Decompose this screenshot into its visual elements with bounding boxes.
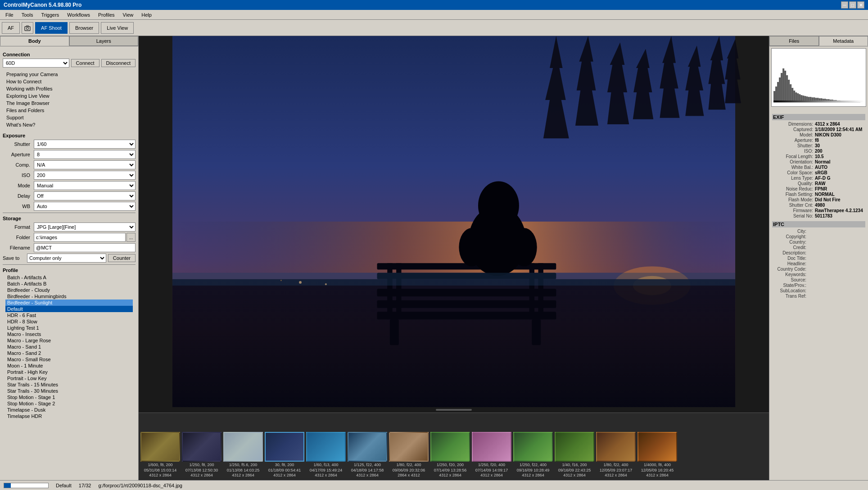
profile-item[interactable]: Birdfeeder - Cloudy: [5, 287, 133, 293]
profile-item[interactable]: Batch - Artifacts B: [5, 281, 133, 287]
filename-label: Filename: [3, 245, 32, 250]
menu-triggers[interactable]: Triggers: [37, 11, 63, 18]
svg-rect-73: [773, 100, 864, 102]
tab-files[interactable]: Files: [769, 36, 819, 46]
profile-item[interactable]: HDR - 8 Slow: [5, 318, 133, 325]
help-liveview[interactable]: Exploring Live View: [5, 92, 134, 100]
profile-item[interactable]: Lighting Test 1: [5, 325, 133, 331]
help-support[interactable]: Support: [5, 114, 134, 121]
menu-view[interactable]: View: [119, 11, 137, 18]
meta-captured-value: 1/18/2009 12:54:41 AM: [815, 127, 862, 132]
meta-source-key: Source:: [772, 277, 808, 282]
iso-select[interactable]: 200: [34, 171, 136, 180]
connect-button[interactable]: Connect: [71, 59, 99, 67]
profile-item[interactable]: Stop Motion - Stage 2: [5, 400, 133, 407]
connection-label: Connection: [3, 52, 136, 57]
meta-flash-setting-value: NORMAL: [815, 192, 835, 197]
profile-item[interactable]: Portrait - High Key: [5, 369, 133, 375]
film-thumbnail: [306, 432, 346, 462]
profile-item[interactable]: Star Trails - 15 Minutes: [5, 381, 133, 388]
filmstrip-item[interactable]: 1/250, f8, 200 07/13/08 12:50:30 4312 x …: [182, 432, 222, 478]
profile-item[interactable]: Batch - Artifacts A: [5, 274, 133, 281]
meta-doctitle: Doc Title:: [772, 256, 865, 261]
profile-item[interactable]: Macro - Small Rose: [5, 356, 133, 363]
profile-item[interactable]: Birdfeeder - Hummingbirds: [5, 293, 133, 299]
menu-workflows[interactable]: Workflows: [63, 11, 94, 18]
close-btn[interactable]: ✕: [857, 1, 864, 9]
browser-button[interactable]: Browser: [69, 22, 99, 34]
profile-item[interactable]: Birdfeeder - Sunlight: [5, 299, 133, 306]
wb-select[interactable]: Auto: [34, 202, 136, 211]
film-thumbnail: [513, 432, 553, 462]
liveview-button[interactable]: Live View: [101, 22, 134, 34]
aperture-select[interactable]: 8: [34, 150, 136, 159]
disconnect-button[interactable]: Disconnect: [101, 59, 136, 67]
menu-help[interactable]: Help: [138, 11, 155, 18]
maximize-btn[interactable]: □: [849, 1, 856, 9]
profile-item[interactable]: Portrait - Low Key: [5, 375, 133, 381]
profile-item[interactable]: Star Trails - 30 Minutes: [5, 388, 133, 394]
menu-profiles[interactable]: Profiles: [95, 11, 118, 18]
meta-subloc: SubLocation:: [772, 288, 865, 293]
profile-item[interactable]: Macro - Sand 2: [5, 350, 133, 356]
help-preparing[interactable]: Preparing your Camera: [5, 71, 134, 78]
folder-input[interactable]: [34, 233, 126, 242]
filmstrip-item[interactable]: 1/250, f22, 400 09/16/09 10:28:49 4312 x…: [513, 432, 553, 478]
filmstrip-item[interactable]: 1/60, f13, 400 04/17/09 15:49:24 4312 x …: [306, 432, 346, 478]
svg-rect-31: [788, 80, 790, 102]
profile-item[interactable]: Default: [5, 306, 133, 312]
shutter-select[interactable]: 1/60: [34, 140, 136, 149]
profile-item[interactable]: Stop Motion - Stage 1: [5, 394, 133, 400]
menu-file[interactable]: File: [2, 11, 17, 18]
tab-body[interactable]: Body: [0, 36, 69, 46]
filmstrip-item[interactable]: 1/250, f20, 400 07/14/09 14:09:17 4312 x…: [472, 432, 511, 478]
tab-layers[interactable]: Layers: [69, 36, 139, 46]
filmstrip-item[interactable]: 30, f8, 200 01/18/09 00:54:41 4312 x 286…: [265, 432, 304, 478]
profile-item[interactable]: Macro - Insects: [5, 331, 133, 337]
film-info: 1/4000, f8, 400 12/05/09 16:20:45 4312 x…: [637, 463, 677, 478]
comp-select[interactable]: N/A: [34, 160, 136, 169]
profile-item[interactable]: Moon - 1 Minute: [5, 363, 133, 369]
profile-item[interactable]: Macro - Sand 1: [5, 344, 133, 350]
help-connect[interactable]: How to Connect: [5, 78, 134, 85]
camera-icon: [24, 24, 31, 32]
profile-item[interactable]: Macro - Large Rose: [5, 337, 133, 344]
meta-lens-key: Lens Type:: [772, 176, 815, 181]
minimize-btn[interactable]: ─: [841, 1, 848, 9]
delay-select[interactable]: Off: [34, 191, 136, 200]
meta-model-key: Model:: [772, 132, 815, 137]
filmstrip-item[interactable]: 1/4000, f8, 400 12/05/09 16:20:45 4312 x…: [637, 432, 677, 478]
filmstrip-item[interactable]: 1/80, f22, 400 09/06/09 20:32:06 2864 x …: [389, 432, 429, 478]
menu-tools[interactable]: Tools: [18, 11, 37, 18]
metadata-content: EXIF Dimensions: 4312 x 2864 Captured: 1…: [769, 109, 868, 480]
afshoot-button[interactable]: AF Shoot: [35, 22, 68, 34]
saveto-select[interactable]: Computer only: [27, 254, 106, 263]
filmstrip-item[interactable]: 1/80, f22, 400 12/05/09 23:07:17 4312 x …: [596, 432, 636, 478]
filmstrip-item[interactable]: 1/40, f16, 200 09/16/09 22:43:25 4312 x …: [555, 432, 594, 478]
iso-label: ISO: [3, 172, 32, 178]
folder-browse-btn[interactable]: ...: [127, 233, 136, 242]
af-button[interactable]: AF: [2, 22, 20, 34]
tab-metadata[interactable]: Metadata: [819, 36, 868, 46]
meta-iso-key: ISO:: [772, 149, 815, 154]
format-select[interactable]: JPG [Large][Fine]: [34, 222, 136, 231]
filmstrip-item[interactable]: 1/600, f8, 200 05/31/08 15:03:14 4312 x …: [140, 432, 180, 478]
help-files[interactable]: Files and Folders: [5, 107, 134, 114]
filmstrip-item[interactable]: 1/250, f20, 200 07/14/09 13:28:56 4312 x…: [430, 432, 470, 478]
help-profiles[interactable]: Working with Profiles: [5, 85, 134, 92]
scroll-thumb[interactable]: [436, 409, 472, 411]
meta-aperture-value: f8: [815, 138, 819, 143]
profile-item[interactable]: HDR - 6 Fast: [5, 312, 133, 318]
mode-select[interactable]: Manual: [34, 181, 136, 190]
profile-list: Batch - Artifacts ABatch - Artifacts BBi…: [3, 274, 136, 419]
counter-button[interactable]: Counter: [108, 254, 136, 262]
profile-item[interactable]: Timelapse - Dusk: [5, 407, 133, 413]
filmstrip-item[interactable]: 1/125, f22, 400 04/18/09 14:17:58 4312 x…: [348, 432, 387, 478]
camera-icon-btn[interactable]: [22, 22, 33, 34]
help-browser[interactable]: The Image Browser: [5, 100, 134, 107]
profile-item[interactable]: Timelapse HDR: [5, 413, 133, 419]
filename-input[interactable]: [34, 243, 136, 252]
filmstrip-item[interactable]: 1/250, f5.6, 200 01/13/08 14:03:25 4312 …: [223, 432, 263, 478]
help-whatsnew[interactable]: What's New?: [5, 121, 134, 128]
camera-select[interactable]: 60D: [3, 59, 69, 68]
